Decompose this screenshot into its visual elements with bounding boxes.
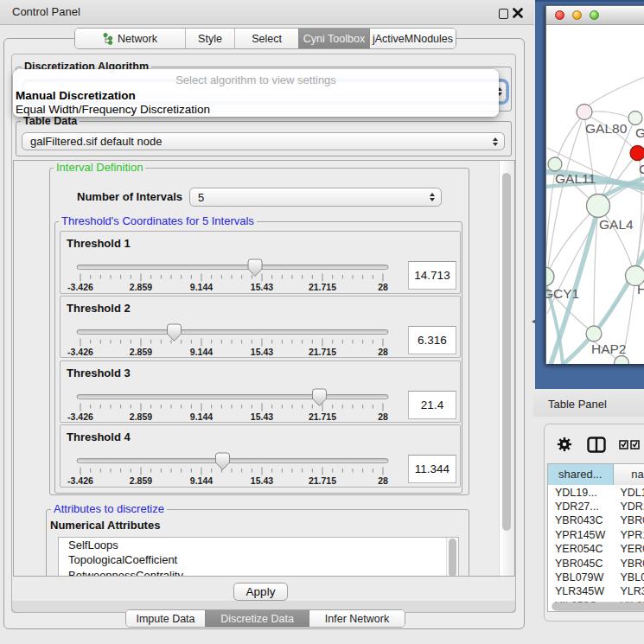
float-icon[interactable]	[499, 9, 508, 19]
apply-button[interactable]: Apply	[233, 583, 288, 601]
slider-tick-label: 2.859	[130, 411, 152, 422]
combo-arrows-icon	[430, 193, 435, 201]
network-node-red-node[interactable]	[630, 146, 644, 161]
numerical-attributes-label: Numerical Attributes	[50, 519, 160, 532]
table-cell[interactable]: YPR145W	[555, 528, 614, 542]
bottom-tab-impute-data[interactable]: Impute Data	[126, 610, 205, 627]
minimize-traffic-light[interactable]	[572, 10, 582, 20]
network-node-GAL80[interactable]	[577, 105, 592, 120]
number-of-intervals-combobox[interactable]: 5	[189, 188, 442, 207]
node-label-H-node: H	[637, 282, 644, 296]
slider-tick-label: 9.144	[190, 411, 213, 422]
table-cell[interactable]: YBR045C	[555, 557, 614, 571]
network-node-G-right[interactable]	[628, 112, 642, 125]
slider-tick-label: 9.144	[190, 347, 213, 357]
bottom-tab-discretize-data[interactable]: Discretize Data	[205, 610, 309, 627]
table-panel-title: Table Panel	[548, 398, 607, 411]
tab-style[interactable]: Style	[185, 29, 234, 48]
slider-tick-label: 28	[378, 347, 388, 357]
attribute-list-item[interactable]: SelfLoops	[59, 538, 458, 552]
tab-network[interactable]: Network	[75, 29, 185, 48]
table-cell[interactable]: YDR27...	[555, 500, 614, 513]
threshold-value-field[interactable]: 14.713	[408, 261, 456, 290]
table-hscrollbar-thumb[interactable]	[552, 603, 644, 610]
slider-thumb[interactable]	[167, 324, 181, 341]
slider-track[interactable]	[77, 394, 388, 399]
slider-thumb[interactable]	[215, 453, 229, 470]
table-cell[interactable]: YBL079W	[621, 571, 644, 584]
settings-scrollbar[interactable]	[499, 161, 514, 576]
table-data-combobox[interactable]: galFiltered.sif default node	[22, 132, 505, 150]
slider-tick-label: 28	[378, 282, 388, 292]
node-table[interactable]: shared...name YDL19...YDL19...YDR27...YD…	[547, 463, 644, 612]
gear-icon[interactable]	[557, 437, 572, 452]
popup-item-manual-discretization[interactable]: Manual Discretization	[13, 89, 499, 103]
network-node-GCY1[interactable]	[546, 267, 554, 286]
zoom-traffic-light[interactable]	[590, 10, 599, 20]
table-hscrollbar[interactable]	[548, 600, 644, 611]
attributes-group-title: Attributes to discretize	[51, 503, 167, 515]
table-cell[interactable]: YBR045C	[621, 557, 644, 571]
table-header-shared-name[interactable]: shared...	[548, 464, 614, 485]
slider-thumb[interactable]	[248, 259, 262, 277]
table-panel-container: shared...name YDL19...YDL19...YDR27...YD…	[544, 424, 644, 622]
columns-icon[interactable]	[587, 437, 606, 453]
popup-placeholder-item[interactable]: Select algorithm to view settings	[13, 73, 499, 87]
slider-track[interactable]	[77, 265, 388, 270]
tab-select[interactable]: Select	[234, 29, 298, 48]
threshold-value-field[interactable]: 21.4	[408, 391, 456, 419]
table-cell[interactable]: YBL079W	[555, 571, 614, 584]
network-window-titlebar[interactable]	[546, 6, 644, 25]
application-window: Control Panel NetworkStyleSelectCyni Too…	[0, 0, 644, 644]
threshold-slider[interactable]: -3.4262.8599.14415.4321.71528	[61, 232, 462, 294]
close-traffic-light[interactable]	[555, 10, 564, 20]
list-scrollbar[interactable]	[446, 538, 458, 577]
table-cell[interactable]: YDR27...	[621, 500, 644, 513]
table-cell[interactable]: YLR345W	[555, 584, 614, 598]
table-cell[interactable]: YLR345W	[621, 584, 644, 598]
network-node-bottom-node[interactable]	[615, 356, 629, 365]
tab-jactivemnodules[interactable]: jActiveMNodules	[369, 29, 456, 48]
table-header-name[interactable]: name	[614, 464, 644, 485]
table-cell[interactable]: YPR145W	[621, 528, 644, 542]
table-cell[interactable]: YBR043C	[555, 513, 614, 527]
slider-track[interactable]	[77, 329, 388, 334]
close-icon[interactable]	[513, 8, 523, 18]
slider-thumb[interactable]	[312, 389, 326, 406]
table-cell[interactable]: YER054C	[555, 542, 614, 556]
threshold-slider[interactable]: -3.4262.8599.14415.4321.71528	[61, 361, 462, 424]
network-icon	[103, 33, 113, 45]
tab-label: Discretize Data	[220, 613, 294, 625]
attribute-list-item[interactable]: TopologicalCoefficient	[59, 552, 458, 567]
bottom-tab-infer-network[interactable]: Infer Network	[309, 610, 405, 627]
threshold-slider[interactable]: -3.4262.8599.14415.4321.71528	[61, 296, 462, 359]
settings-scrollbar-thumb[interactable]	[502, 173, 511, 531]
slider-tick-label: -3.426	[67, 282, 93, 292]
table-cell[interactable]: YDL19...	[621, 486, 644, 500]
network-node-HAP2[interactable]	[586, 326, 602, 341]
threshold-value-field[interactable]: 11.344	[408, 455, 456, 483]
interval-definition-group-title: Interval Definition	[54, 162, 145, 174]
network-canvas[interactable]: GAL80GACGAL11GAL4GCY1HHAP2	[546, 25, 644, 364]
checkboxes-icon[interactable]	[619, 440, 641, 450]
table-cell[interactable]: YBR043C	[621, 513, 644, 527]
attribute-list-item[interactable]: BetweennessCentrality	[59, 568, 458, 577]
slider-tick-label: -3.426	[67, 475, 93, 486]
list-scrollbar-thumb[interactable]	[449, 539, 456, 577]
threshold-slider[interactable]: -3.4262.8599.14415.4321.71528	[61, 425, 462, 488]
threshold-panel-1: Threshold 1-3.4262.8599.14415.4321.71528…	[60, 231, 461, 294]
slider-track[interactable]	[77, 459, 388, 463]
threshold-value-field[interactable]: 6.316	[408, 326, 456, 354]
popup-item-equal-width[interactable]: Equal Width/Frequency Discretization	[13, 103, 499, 117]
slider-tick-label: 2.859	[130, 475, 152, 486]
numerical-attributes-list[interactable]: SelfLoopsTopologicalCoefficientBetweenne…	[58, 537, 459, 577]
table-cell[interactable]: YER054C	[621, 542, 644, 556]
threshold-panel-4: Threshold 4-3.4262.8599.14415.4321.71528…	[60, 424, 461, 488]
tab-cyni-toolbox[interactable]: Cyni Toolbox	[298, 29, 369, 48]
table-cell[interactable]: YDL19...	[555, 486, 614, 500]
slider-tick-label: 28	[378, 475, 388, 486]
slider-tick-label: 21.715	[309, 411, 336, 422]
network-node-GAL4[interactable]	[587, 194, 610, 218]
slider-tick-label: 15.43	[251, 282, 273, 292]
network-node-GAL11[interactable]	[548, 157, 562, 171]
